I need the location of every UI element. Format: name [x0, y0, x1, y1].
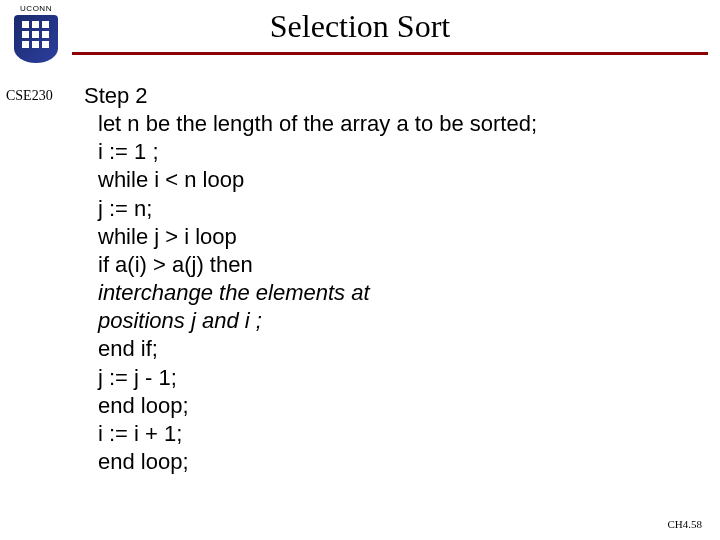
code-line: let n be the length of the array a to be…	[84, 110, 680, 138]
code-line: end loop;	[84, 392, 680, 420]
slide-footer: CH4.58	[667, 518, 702, 530]
code-line: i := i + 1;	[84, 420, 680, 448]
code-line: j := n;	[84, 195, 680, 223]
title-underline	[72, 52, 708, 55]
code-line: end if;	[84, 335, 680, 363]
code-line: while j > i loop	[84, 223, 680, 251]
code-line: if a(i) > a(j) then	[84, 251, 680, 279]
course-code: CSE230	[6, 88, 53, 104]
step-label: Step 2	[84, 82, 680, 110]
slide-header: UCONN Selection Sort	[0, 0, 720, 72]
code-line-italic: interchange the elements at	[84, 279, 680, 307]
code-line: while i < n loop	[84, 166, 680, 194]
code-line: i := 1 ;	[84, 138, 680, 166]
slide-body: Step 2 let n be the length of the array …	[84, 82, 680, 476]
slide-title: Selection Sort	[0, 8, 720, 45]
code-line-italic: positions j and i ;	[84, 307, 680, 335]
code-line: j := j - 1;	[84, 364, 680, 392]
code-line: end loop;	[84, 448, 680, 476]
